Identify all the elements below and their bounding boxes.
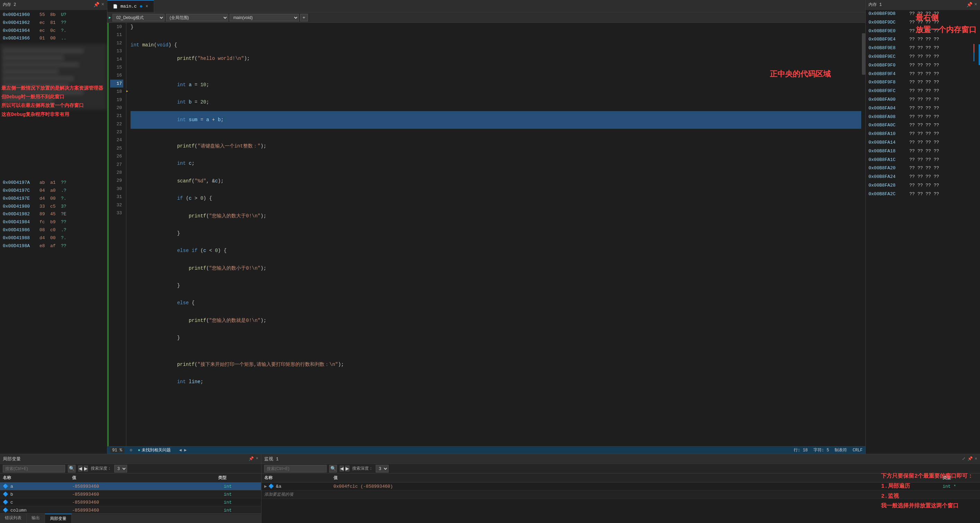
pin-icon[interactable]: 📌 — [249, 456, 254, 461]
editor-scrollbar[interactable] — [861, 23, 865, 446]
var-icon: 🔷 — [3, 499, 8, 505]
memory-right-row: 0x00B8F9F4?? ?? ?? ?? — [866, 70, 980, 79]
bottom-right-annotation: 下方只要保留2个最重要的窗口即可： 1.局部遍历 2.监视 我一般选择并排放置这… — [881, 471, 973, 511]
code-line-32[interactable]: printf("接下来开始打印一个矩形,请输入要打印矩形的行数和列数：\n"); — [130, 356, 861, 373]
nav-prev[interactable]: ◀ — [340, 466, 344, 471]
memory-right-row: 0x00B8F9E8?? ?? ?? ?? — [866, 44, 980, 52]
tab-output[interactable]: 输出 — [27, 513, 45, 523]
memory2-controls[interactable]: 📌 × — [94, 2, 104, 8]
editor-area: 10 11 12 13 14 15 16 17 18 19 20 21 22 2… — [107, 23, 865, 446]
memory-row: 0x00D41964 ec 0c ?. — [0, 27, 107, 35]
locals-depth-select[interactable]: 3 — [114, 465, 127, 472]
code-content[interactable]: 正中央的代码区域 ➤ } ▼ int main(void) { — [126, 23, 865, 446]
code-line-27[interactable]: } — [130, 277, 861, 294]
watch-depth-select[interactable]: 3 — [376, 465, 388, 472]
code-line-31[interactable] — [130, 347, 861, 356]
code-line-28[interactable]: ▼ else { — [130, 294, 861, 312]
top-row: 内存 2 📌 × 0x00D41960 55 8b U? 0x00D41962 … — [0, 0, 980, 454]
nav-next[interactable]: ▶ — [345, 466, 349, 471]
watch-col-value: 值 — [334, 475, 943, 481]
nav-next[interactable]: ▶ — [84, 466, 88, 471]
tab-label: main.c — [121, 4, 137, 9]
expand-icon[interactable]: ⤢ — [962, 456, 966, 461]
code-line-21[interactable]: scanf("%d", &c); — [130, 172, 861, 190]
code-line-10[interactable]: } — [130, 23, 861, 32]
memory-right-row: 0x00B8FA04?? ?? ?? ?? — [866, 104, 980, 113]
locals-search-input[interactable] — [3, 465, 65, 472]
nav-arrows[interactable]: ◀ ▶ — [179, 448, 187, 453]
pin-icon[interactable]: 📌 — [967, 2, 972, 8]
memory-right-row: 0x00B8F9E4?? ?? ?? ?? — [866, 35, 980, 44]
memory-row: 0x00D4197E d4 00 ?. — [0, 195, 107, 203]
memory1-content: 0x00B8F9D8?? ?? ?? ?? 0x00B8F9DC?? ?? ??… — [866, 10, 980, 454]
no-issues-indicator: ● 未找到相关问题 — [138, 447, 171, 453]
code-line-18[interactable] — [130, 129, 861, 138]
watch-add-item[interactable]: 添加要监视的项 — [261, 490, 980, 499]
code-line-26[interactable]: printf("您输入的数小于0!\n"); — [130, 259, 861, 277]
zoom-level: 91 % — [110, 448, 124, 453]
line-numbers: 10 11 12 13 14 15 16 17 18 19 20 21 22 2… — [107, 23, 126, 446]
code-line-25[interactable]: ▼ else if (c < 0) { — [130, 242, 861, 259]
code-line-15[interactable]: int a = 10; — [130, 76, 861, 94]
watch-search-input[interactable] — [264, 465, 326, 472]
memory-right-row: 0x00B8F9F0?? ?? ?? ?? — [866, 61, 980, 70]
code-line-24[interactable]: } — [130, 225, 861, 242]
code-line-29[interactable]: printf("您输入的数就是0!\n"); — [130, 312, 861, 329]
watch-variable-table: ▶ 🔷 &a 0x004fclc (-858993460) int * 添加要监… — [261, 483, 980, 523]
memory-right-row: 0x00B8F9F8?? ?? ?? ?? — [866, 78, 980, 87]
code-line-30[interactable]: } — [130, 329, 861, 347]
scope-dropdown[interactable]: (全局范围) — [166, 14, 228, 21]
code-line-33[interactable]: int line; — [130, 373, 861, 390]
memory1-controls[interactable]: 📌 × — [967, 2, 977, 8]
encoding-info: CRLF — [853, 448, 862, 453]
memory1-title: 内存 1 — [869, 2, 881, 8]
locals-nav-arrows[interactable]: ◀ ▶ — [78, 466, 88, 471]
code-line-19[interactable]: printf("请键盘输入一个int整数："); — [130, 138, 861, 155]
close-icon[interactable]: × — [975, 456, 977, 461]
close-icon[interactable]: × — [974, 2, 977, 8]
code-line-20[interactable]: int c; — [130, 155, 861, 172]
expand-arrow[interactable]: ▶ — [264, 483, 267, 489]
close-icon[interactable]: × — [102, 2, 104, 8]
tab-error-list[interactable]: 错误列表 — [0, 513, 27, 523]
watch-row-a[interactable]: ▶ 🔷 &a 0x004fclc (-858993460) int * — [261, 483, 980, 490]
scrollbar-spacer — [253, 475, 258, 481]
memory2-header: 内存 2 📌 × — [0, 0, 107, 10]
var-row-c[interactable]: 🔷 c -858993460 int — [0, 498, 261, 506]
pin-icon[interactable]: 📌 — [94, 2, 99, 8]
pin-icon[interactable]: 📌 — [967, 456, 973, 461]
add-column-button[interactable]: + — [300, 14, 308, 21]
code-line-23[interactable]: printf("您输入的数大于0!\n"); — [130, 207, 861, 225]
code-line-11[interactable] — [130, 32, 861, 41]
locals-search-button[interactable]: 🔍 — [68, 465, 75, 472]
code-line-17[interactable]: int sum = a + b; — [130, 111, 861, 129]
code-line-12[interactable]: ▼ int main(void) { — [130, 41, 861, 50]
var-row-b[interactable]: 🔷 b -858993460 int — [0, 490, 261, 498]
watch-search-row: 🔍 ◀ ▶ 搜索深度： 3 — [261, 464, 980, 474]
close-icon[interactable]: × — [256, 456, 258, 461]
watch-col-name: 名称 — [264, 475, 334, 481]
var-row-column[interactable]: 🔷 column -858993460 int — [0, 506, 261, 513]
right-panel-memory1: 最右侧 放置一个内存窗口 内存 1 📌 × 0x00B8F9D8?? ?? ??… — [866, 0, 980, 454]
scrollbar-thumb[interactable] — [862, 33, 865, 75]
debug-mode-dropdown[interactable]: 02_Debug模式 — [113, 14, 164, 21]
locals-search-row: 🔍 ◀ ▶ 搜索深度： 3 — [0, 464, 261, 474]
locals-title: 局部变量 — [3, 456, 21, 462]
settings-icon[interactable]: ⚙ — [130, 448, 132, 453]
tab-locals[interactable]: 局部变量 — [45, 513, 72, 523]
code-line-14[interactable] — [130, 67, 861, 76]
watch-nav-arrows[interactable]: ◀ ▶ — [340, 466, 349, 471]
tab-close-icon[interactable]: × — [145, 4, 148, 9]
function-dropdown[interactable]: main(void) — [229, 14, 299, 21]
watch-search-button[interactable]: 🔍 — [329, 465, 337, 472]
tab-mainc[interactable]: 📄 main.c ● × — [107, 0, 154, 12]
code-line-16[interactable]: int b = 20; — [130, 94, 861, 111]
memory-row: 0x00D41988 d4 00 ?. — [0, 234, 107, 242]
memory-row: 0x00D41984 fc b9 ?? — [0, 218, 107, 226]
code-line-13[interactable]: printf("hello world!\n"); — [130, 50, 861, 67]
toolbar-area: ▶ 02_Debug模式 (全局范围) main(void) + — [107, 13, 865, 23]
code-line-22[interactable]: ▼ if (c > 0) { — [130, 190, 861, 207]
var-row-a[interactable]: 🔷 a -858993460 int — [0, 483, 261, 490]
memory2-content: 0x00D41960 55 8b U? 0x00D41962 ec 81 ?? … — [0, 10, 107, 454]
nav-prev[interactable]: ◀ — [78, 466, 83, 471]
